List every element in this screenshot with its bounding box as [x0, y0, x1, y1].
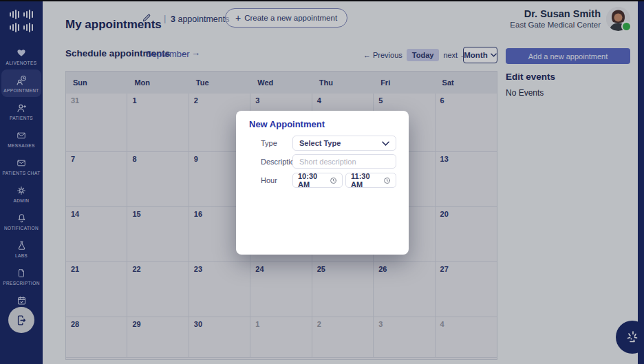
end-time-input[interactable]: 11:30 AM	[345, 173, 396, 188]
app-window: ALIVENOTESAPPOINTMENTPATIENTSMESSAGESPAT…	[0, 0, 644, 364]
type-select[interactable]: Select Type	[292, 136, 396, 151]
hour-label: Hour	[261, 176, 277, 184]
modal-title: New Appointment	[249, 119, 325, 129]
window-top-border	[0, 0, 644, 1]
start-time-input[interactable]: 10:30 AM	[292, 173, 343, 188]
type-label: Type	[261, 139, 277, 147]
hour-row: Hour 10:30 AM 11:30 AM	[236, 173, 409, 188]
type-select-value: Select Type	[299, 139, 341, 147]
new-appointment-modal: New Appointment Type Select Type Descrip…	[236, 111, 409, 255]
chevron-down-icon	[382, 141, 389, 146]
clock-icon	[383, 177, 391, 184]
description-row: Description	[236, 154, 409, 169]
clock-icon	[330, 177, 337, 184]
type-row: Type Select Type	[236, 136, 409, 151]
end-time-value: 11:30 AM	[351, 172, 383, 189]
start-time-value: 10:30 AM	[298, 172, 330, 189]
description-input[interactable]	[292, 154, 396, 169]
